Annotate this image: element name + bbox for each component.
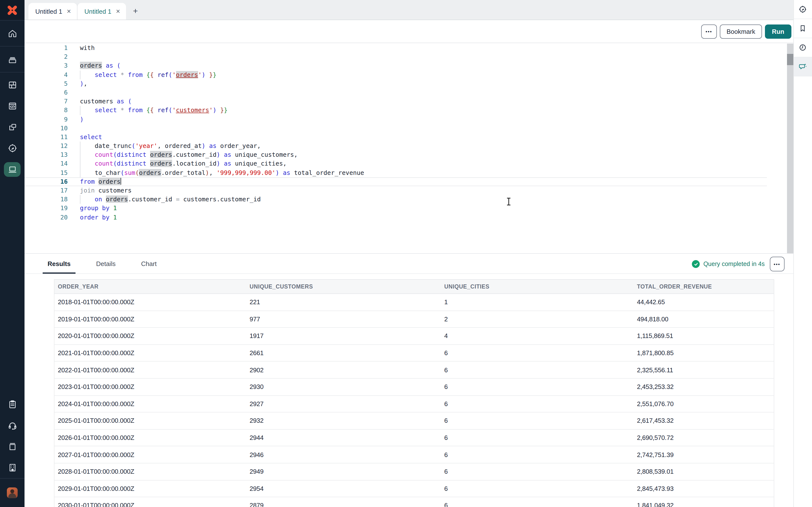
table-cell[interactable]: 1,841,049.32 [633, 502, 774, 507]
code-line-19[interactable]: 19group by 1 [24, 204, 767, 213]
table-cell[interactable]: 6 [441, 434, 633, 441]
table-cell[interactable]: 6 [441, 502, 633, 507]
table-cell[interactable]: 2,845,473.93 [633, 485, 774, 492]
table-cell[interactable]: 221 [246, 298, 441, 306]
table-row[interactable]: 2029-01-01T00:00:00.000Z295462,845,473.9… [54, 480, 774, 497]
code-line-3[interactable]: 3orders as ( [24, 61, 767, 70]
code-line-10[interactable]: 10 [24, 124, 767, 132]
editor-scrollbar[interactable] [787, 44, 793, 253]
document-tab-1[interactable]: Untitled 1✕ [29, 3, 77, 19]
table-row[interactable]: 2019-01-01T00:00:00.000Z9772494,818.00 [54, 311, 774, 328]
column-header-total_order_revenue[interactable]: TOTAL_ORDER_REVENUE [633, 284, 774, 289]
document-tab-2[interactable]: Untitled 1✕ [77, 3, 126, 19]
table-cell[interactable]: 2927 [246, 400, 441, 407]
results-tab-chart[interactable]: Chart [136, 253, 162, 274]
more-options-button[interactable]: ••• [701, 24, 717, 39]
table-row[interactable]: 2024-01-01T00:00:00.000Z292762,551,076.7… [54, 396, 774, 412]
table-cell[interactable]: 2,551,076.70 [633, 400, 774, 407]
table-cell[interactable]: 2 [441, 316, 633, 323]
table-cell[interactable]: 2022-01-01T00:00:00.000Z [54, 366, 246, 374]
new-tab-button[interactable]: + [126, 3, 145, 19]
column-header-order_year[interactable]: ORDER_YEAR [54, 284, 246, 289]
results-tab-details[interactable]: Details [91, 253, 120, 274]
code-line-8[interactable]: 8 select * from {{ ref('customers') }} [24, 106, 767, 115]
table-cell[interactable]: 977 [246, 316, 441, 323]
column-header-unique_cities[interactable]: UNIQUE_CITIES [441, 284, 633, 289]
sidebar-item-laptop[interactable] [0, 159, 24, 180]
tab-close-icon[interactable]: ✕ [67, 8, 71, 14]
table-row[interactable]: 2027-01-01T00:00:00.000Z294662,742,751.3… [54, 447, 774, 463]
code-line-20[interactable]: 20order by 1 [24, 213, 767, 222]
code-line-1[interactable]: 1with [24, 44, 767, 52]
table-row[interactable]: 2025-01-01T00:00:00.000Z293262,617,453.3… [54, 412, 774, 429]
table-cell[interactable]: 6 [441, 383, 633, 391]
table-cell[interactable]: 2,453,253.32 [633, 383, 774, 391]
run-button[interactable]: Run [765, 24, 791, 39]
table-cell[interactable]: 2,742,751.39 [633, 451, 774, 458]
table-cell[interactable]: 2,808,539.01 [633, 468, 774, 475]
rail-item-bookmark[interactable] [794, 19, 812, 38]
code-line-14[interactable]: 14 count(distinct orders.location_id) as… [24, 160, 767, 168]
table-cell[interactable]: 2021-01-01T00:00:00.000Z [54, 349, 246, 357]
table-cell[interactable]: 2018-01-01T00:00:00.000Z [54, 298, 246, 306]
rail-item-compass[interactable] [794, 0, 812, 19]
code-line-13[interactable]: 13 count(distinct orders.customer_id) as… [24, 151, 767, 160]
table-row[interactable]: 2028-01-01T00:00:00.000Z294962,808,539.0… [54, 463, 774, 480]
table-row[interactable]: 2030-01-01T00:00:00.000Z287961,841,049.3… [54, 497, 774, 507]
table-cell[interactable]: 2027-01-01T00:00:00.000Z [54, 451, 246, 458]
table-cell[interactable]: 2661 [246, 349, 441, 357]
code-line-4[interactable]: 4 select * from {{ ref('orders') }} [24, 70, 767, 79]
code-line-17[interactable]: 17join customers [24, 186, 767, 195]
table-cell[interactable]: 1 [441, 298, 633, 306]
sidebar-item-code-window[interactable] [0, 96, 24, 117]
avatar[interactable] [7, 488, 18, 498]
rail-item-history[interactable] [794, 38, 812, 57]
code-area[interactable]: 1with23orders as (4 select * from {{ ref… [24, 44, 767, 222]
table-cell[interactable]: 2026-01-01T00:00:00.000Z [54, 434, 246, 441]
sql-editor[interactable]: 1with23orders as (4 select * from {{ ref… [24, 43, 793, 253]
table-cell[interactable]: 2029-01-01T00:00:00.000Z [54, 485, 246, 492]
table-cell[interactable]: 494,818.00 [633, 316, 774, 323]
table-row[interactable]: 2018-01-01T00:00:00.000Z221144,442.65 [54, 294, 774, 311]
table-cell[interactable]: 2932 [246, 417, 441, 425]
table-row[interactable]: 2023-01-01T00:00:00.000Z293062,453,253.3… [54, 379, 774, 396]
table-cell[interactable]: 1,871,800.85 [633, 349, 774, 357]
table-cell[interactable]: 2944 [246, 434, 441, 441]
code-line-5[interactable]: 5), [24, 79, 767, 88]
table-cell[interactable]: 6 [441, 485, 633, 492]
table-cell[interactable]: 6 [441, 468, 633, 475]
table-cell[interactable]: 2025-01-01T00:00:00.000Z [54, 417, 246, 425]
table-cell[interactable]: 2,690,570.72 [633, 434, 774, 441]
sidebar-item-archive[interactable] [0, 47, 24, 72]
table-cell[interactable]: 2946 [246, 451, 441, 458]
table-cell[interactable]: 6 [441, 400, 633, 407]
table-cell[interactable]: 44,442.65 [633, 298, 774, 306]
table-cell[interactable]: 2024-01-01T00:00:00.000Z [54, 400, 246, 407]
scrollbar-thumb[interactable] [787, 54, 793, 65]
table-cell[interactable]: 2,617,453.32 [633, 417, 774, 425]
results-more-button[interactable]: ••• [770, 257, 784, 271]
code-line-6[interactable]: 6 [24, 88, 767, 97]
tab-close-icon[interactable]: ✕ [116, 8, 120, 14]
user-avatar-cell[interactable] [0, 478, 24, 507]
bookmark-button[interactable]: Bookmark [720, 24, 762, 39]
table-row[interactable]: 2022-01-01T00:00:00.000Z290262,325,556.1… [54, 362, 774, 379]
table-cell[interactable]: 2930 [246, 383, 441, 391]
table-cell[interactable]: 6 [441, 451, 633, 458]
table-cell[interactable]: 1917 [246, 332, 441, 340]
code-line-2[interactable]: 2 [24, 52, 767, 61]
table-cell[interactable]: 4 [441, 332, 633, 340]
sidebar-item-building[interactable] [0, 457, 24, 478]
table-cell[interactable]: 2949 [246, 468, 441, 475]
code-line-18[interactable]: 18 on orders.customer_id = customers.cus… [24, 195, 767, 204]
table-cell[interactable]: 2030-01-01T00:00:00.000Z [54, 502, 246, 507]
sidebar-item-home[interactable] [0, 20, 24, 46]
code-line-12[interactable]: 12 date_trunc('year', ordered_at) as ord… [24, 142, 767, 150]
table-row[interactable]: 2020-01-01T00:00:00.000Z191741,115,869.5… [54, 328, 774, 345]
results-tab-results[interactable]: Results [43, 253, 75, 274]
sidebar-item-clipboard[interactable] [0, 394, 24, 415]
sidebar-item-dashboard[interactable] [0, 74, 24, 96]
table-row[interactable]: 2026-01-01T00:00:00.000Z294462,690,570.7… [54, 430, 774, 447]
table-cell[interactable]: 1,115,869.51 [633, 332, 774, 340]
table-cell[interactable]: 2954 [246, 485, 441, 492]
